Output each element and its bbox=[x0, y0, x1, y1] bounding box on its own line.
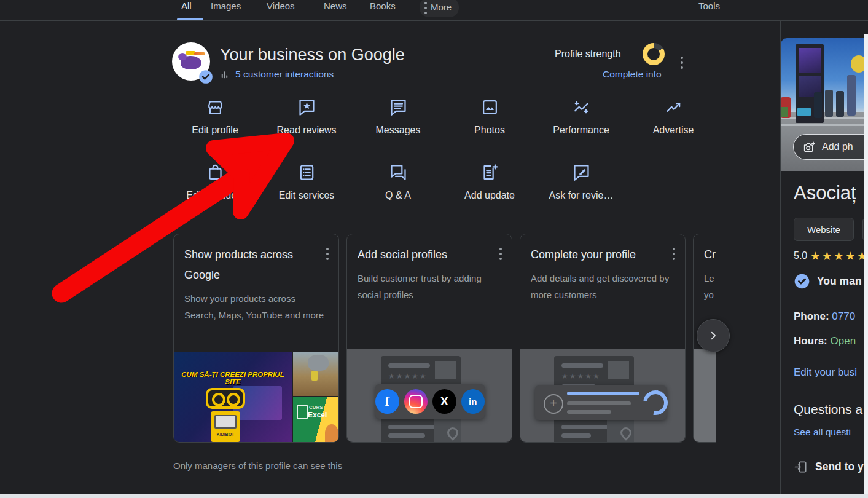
action-edit-products[interactable]: Edit products bbox=[169, 163, 261, 201]
collage-person2-shape bbox=[325, 424, 338, 442]
photo-step-line bbox=[781, 117, 868, 119]
page-title: Your business on Google bbox=[220, 45, 405, 65]
action-photos[interactable]: Photos bbox=[444, 98, 536, 136]
blue-progress-line bbox=[567, 392, 639, 395]
card-menu-button[interactable] bbox=[673, 248, 675, 260]
ph-line bbox=[561, 425, 611, 429]
ph-stars: ★★★★★ bbox=[388, 372, 428, 381]
progress-overlay-bar: + bbox=[535, 385, 667, 420]
see-all-questions-link[interactable]: See all questi bbox=[794, 427, 851, 438]
customer-interactions-link[interactable]: 5 customer interactions bbox=[235, 69, 334, 80]
card-complete-profile[interactable]: Complete your profile Add details and ge… bbox=[520, 234, 686, 443]
ph-storefront bbox=[608, 361, 629, 379]
tab-books[interactable]: Books bbox=[370, 1, 396, 11]
window-right-edge bbox=[864, 34, 868, 494]
tab-images[interactable]: Images bbox=[211, 1, 241, 11]
rating-stars[interactable]: ★★★★★ bbox=[810, 250, 868, 263]
card-add-social-profiles[interactable]: Add social profiles Build customer trust… bbox=[346, 234, 512, 443]
action-label: Read reviews bbox=[260, 125, 353, 136]
action-edit-services[interactable]: Edit services bbox=[260, 163, 353, 201]
carousel-next-button[interactable] bbox=[697, 319, 730, 352]
collage-photo bbox=[293, 352, 338, 396]
billboard-screen bbox=[799, 48, 821, 73]
progress-ring bbox=[638, 385, 673, 420]
action-label: Edit services bbox=[260, 190, 353, 201]
linkedin-icon: in bbox=[461, 389, 485, 414]
phone-link[interactable]: 0770 bbox=[832, 310, 855, 322]
rate-review-icon bbox=[297, 98, 316, 117]
action-performance[interactable]: Performance bbox=[535, 98, 627, 136]
send-to-phone-row[interactable]: Send to y bbox=[794, 460, 864, 474]
ph-map-pin bbox=[618, 425, 633, 440]
card-show-products[interactable]: Show products across Google Show your pr… bbox=[173, 234, 339, 443]
managed-row: You man bbox=[794, 273, 862, 290]
tab-more[interactable]: More bbox=[420, 0, 459, 17]
nav-divider bbox=[0, 20, 868, 21]
action-messages[interactable]: Messages bbox=[352, 98, 444, 136]
action-label: Ask for revie… bbox=[535, 190, 627, 201]
action-edit-profile[interactable]: Edit profile bbox=[169, 98, 261, 136]
messages-icon bbox=[389, 98, 408, 117]
active-tab-underline bbox=[177, 18, 203, 20]
hours-status[interactable]: Open bbox=[831, 335, 856, 347]
chevron-right-icon bbox=[708, 330, 719, 341]
action-read-reviews[interactable]: Read reviews bbox=[260, 98, 353, 136]
x-icon: X bbox=[432, 389, 456, 414]
search-nav-bar: All Images Videos News Books More Tools bbox=[0, 0, 868, 20]
card-title: Show products across Google bbox=[174, 234, 338, 285]
course-line2: Excel bbox=[308, 411, 327, 419]
action-ask-for-reviews[interactable]: Ask for revie… bbox=[535, 163, 627, 201]
add-photos-button[interactable]: Add ph bbox=[793, 134, 868, 160]
website-button[interactable]: Website bbox=[794, 218, 854, 241]
action-label: Add update bbox=[444, 190, 536, 201]
photo-step-line bbox=[781, 124, 868, 126]
action-label: Photos bbox=[444, 125, 536, 136]
manage-badge-icon bbox=[794, 273, 810, 290]
photo-person bbox=[836, 91, 844, 117]
instagram-icon bbox=[404, 389, 428, 414]
excel-grid-shape bbox=[297, 405, 308, 419]
action-label: Messages bbox=[352, 125, 444, 136]
card-social-illustration: ★★★★★ f X in bbox=[347, 349, 512, 442]
avatar-art-flame bbox=[194, 52, 205, 55]
action-advertise[interactable]: Advertise bbox=[627, 98, 719, 136]
card-complete-illustration: ★★★★★ + bbox=[520, 349, 685, 442]
profile-strength-donut[interactable] bbox=[643, 43, 665, 65]
bar-chart-icon bbox=[220, 69, 231, 80]
course-line1: CURS bbox=[309, 405, 323, 410]
panel-overflow-menu[interactable] bbox=[681, 57, 683, 69]
action-add-update[interactable]: Add update bbox=[444, 163, 536, 201]
card-body: Le yo bbox=[694, 265, 716, 303]
robot-label: KIDIBOT bbox=[211, 432, 240, 437]
tab-all[interactable]: All bbox=[181, 1, 192, 11]
collage-person-shape bbox=[311, 371, 318, 381]
ph-line bbox=[561, 363, 603, 368]
camera-plus-icon bbox=[803, 141, 816, 154]
knowledge-panel-title: Asociaț bbox=[794, 182, 856, 204]
verified-badge-icon bbox=[198, 69, 214, 85]
card-menu-button[interactable] bbox=[326, 248, 329, 260]
send-to-phone-label: Send to y bbox=[815, 460, 864, 473]
ph-stars: ★★★★★ bbox=[561, 372, 601, 381]
action-label: Edit profile bbox=[169, 125, 261, 136]
action-q-and-a[interactable]: Q & A bbox=[352, 163, 444, 201]
photo-person bbox=[847, 75, 856, 116]
tab-news[interactable]: News bbox=[324, 1, 347, 11]
performance-icon bbox=[572, 98, 591, 117]
photo-person bbox=[825, 90, 833, 117]
tools-button[interactable]: Tools bbox=[698, 1, 720, 11]
tab-videos[interactable]: Videos bbox=[267, 1, 295, 11]
robot-eye bbox=[227, 393, 240, 406]
billboard-graffiti bbox=[797, 108, 811, 116]
robot-eye bbox=[212, 393, 225, 406]
photo-bush bbox=[781, 107, 788, 117]
card-menu-button[interactable] bbox=[499, 248, 502, 260]
more-kebab-icon bbox=[424, 2, 427, 14]
ph-line bbox=[561, 433, 591, 438]
managers-note: Only managers of this profile can see th… bbox=[173, 460, 342, 471]
window-bottom-edge bbox=[0, 494, 868, 498]
edit-business-link[interactable]: Edit your busi bbox=[794, 366, 857, 379]
complete-info-link[interactable]: Complete info bbox=[603, 69, 662, 80]
card-title: Complete your profile bbox=[520, 234, 685, 265]
collage-main: CUM SĂ-ȚI CREEZI PROPRIUL SITE KIDIBOT bbox=[174, 352, 292, 442]
